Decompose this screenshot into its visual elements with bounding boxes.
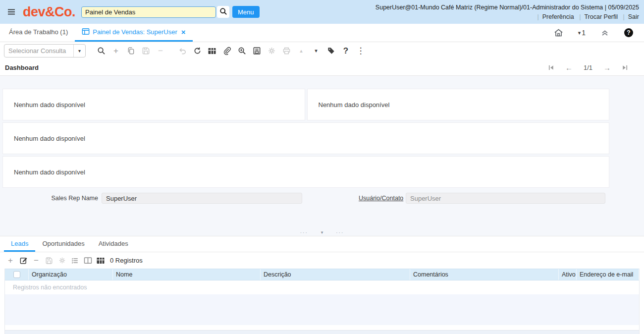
table-footer-bar [5,330,639,334]
select-all-cell [5,269,29,280]
user-contact-label[interactable]: Usuário/Contato [359,195,402,202]
search-icon [219,7,227,17]
report-icon[interactable] [249,46,264,56]
remove-row-icon[interactable]: − [30,255,43,266]
dashboard-panel: Nenhum dado disponível [2,156,609,188]
no-data-message: Nenhum dado disponível [308,101,390,109]
next-page-icon[interactable]: → [603,63,611,72]
workspace-tabbar: Área de Trabalho (1) Painel de Vendas: S… [0,24,644,42]
column-header-email[interactable]: Endereço de e-mail [577,269,639,280]
split-resize-handle[interactable]: ··· ▾ ··· [0,229,644,236]
home-icon[interactable] [551,27,566,38]
parent-record-icon[interactable]: ▴ [294,46,309,56]
copy-record-icon[interactable] [123,46,138,56]
logout-link[interactable]: Sair [628,13,639,20]
record-pager: ← 1/1 → [548,63,639,72]
page-indicator: 1/1 [584,64,592,71]
splitter-dots: ··· [336,230,344,235]
application-window: dev&Co. Menu SuperUser@01-Mundo Café Mat… [0,0,644,334]
save-icon[interactable] [138,46,153,56]
switch-role-link[interactable]: Trocar Perfil [584,13,618,20]
window-icon [82,28,90,37]
first-page-icon[interactable] [548,64,554,71]
label-tag-icon[interactable] [323,46,338,56]
page-title: Dashboard [5,64,39,71]
search-input[interactable] [81,6,216,18]
empty-table-message: Registros não encontrados [5,280,639,294]
user-session-info: SuperUser@01-Mundo Café Matriz (Regime N… [376,3,639,12]
tab-atividades[interactable]: Atividades [92,236,135,252]
toggle-panel-icon[interactable] [81,255,94,266]
column-header-ativo[interactable]: Ativo [559,269,577,280]
print-icon[interactable] [279,46,294,56]
delete-record-icon[interactable]: − [153,46,168,56]
desktop-selector[interactable]: ▾ 1 [578,29,586,37]
grid-view-icon[interactable] [94,255,107,266]
more-options-icon[interactable]: ⋮ [353,46,368,56]
header-bar: dev&Co. Menu SuperUser@01-Mundo Café Mat… [0,0,644,24]
dashboard-panel: Nenhum dado disponível [307,89,610,120]
refresh-icon[interactable] [190,46,205,56]
splitter-collapse-icon[interactable]: ▾ [321,230,323,235]
previous-page-icon[interactable]: ← [565,63,573,72]
splitter-dots: ··· [300,230,308,235]
edit-row-icon[interactable] [17,255,30,266]
no-data-message: Nenhum dado disponível [3,168,85,176]
tab-workspace[interactable]: Área de Trabalho (1) [2,24,75,42]
dashboard-panel: Nenhum dado disponível [2,89,305,120]
leads-table: Organização Nome Descrição Comentários A… [4,269,640,334]
add-row-icon[interactable]: + [4,255,17,266]
help-toolbar-icon[interactable]: ? [338,46,353,56]
dashboard-content: Nenhum dado disponível Nenhum dado dispo… [0,76,644,236]
no-data-message: Nenhum dado disponível [3,135,85,142]
archive-settings-icon[interactable] [264,46,279,56]
detail-tabs: Leads Oportunidades Atividades [0,236,644,252]
preferences-link[interactable]: Preferência [542,13,574,20]
query-placeholder: Selecionar Consulta [4,47,73,55]
main-toolbar: Selecionar Consulta ▾ + − [0,42,644,59]
detail-pane: Leads Oportunidades Atividades + − [0,236,644,334]
dashboard-header: Dashboard ← 1/1 → [0,59,644,76]
attachment-icon[interactable] [219,46,234,56]
desktop-number: 1 [582,29,586,37]
tab-sales-dashboard[interactable]: Painel de Vendas: SuperUser × [75,24,192,42]
column-header-nome[interactable]: Nome [113,269,261,280]
tab-workspace-label: Área de Trabalho (1) [9,28,68,36]
customize-list-icon[interactable] [68,255,81,266]
column-header-comentarios[interactable]: Comentários [410,269,559,280]
tab-oportunidades[interactable]: Oportunidades [35,236,91,252]
user-block: SuperUser@01-Mundo Café Matriz (Regime N… [376,2,639,22]
grid-toggle-icon[interactable] [205,46,219,56]
new-record-icon[interactable]: + [108,46,123,56]
close-tab-icon[interactable]: × [181,28,186,36]
detail-record-icon[interactable]: ▾ [309,46,323,56]
sales-rep-label: Sales Rep Name [0,195,98,202]
table-header-row: Organização Nome Descrição Comentários A… [5,269,639,280]
user-contact-field[interactable]: SuperUser [406,193,605,204]
search-button[interactable] [217,6,229,18]
sales-rep-field[interactable]: SuperUser [102,193,302,204]
no-data-message: Nenhum dado disponível [3,101,85,109]
find-icon[interactable] [94,46,108,56]
select-all-checkbox[interactable] [13,271,20,278]
menu-button[interactable]: Menu [232,6,260,18]
query-combobox[interactable]: Selecionar Consulta ▾ [4,44,86,57]
save-row-icon[interactable] [43,255,55,266]
detail-toolbar: + − 0 Registros [0,252,644,269]
collapse-all-icon[interactable] [597,27,612,38]
zoom-across-icon[interactable] [234,46,249,56]
dashboard-panel: Nenhum dado disponível [2,122,609,154]
tab-leads[interactable]: Leads [4,236,35,252]
column-header-descricao[interactable]: Descrição [261,269,410,280]
undo-icon[interactable] [175,46,190,56]
last-page-icon[interactable] [622,64,628,71]
tab-sales-dashboard-label: Painel de Vendas: SuperUser [93,28,177,36]
row-settings-icon[interactable] [55,255,68,266]
table-filler-row [5,294,639,325]
hamburger-menu-icon[interactable] [5,5,18,18]
app-logo[interactable]: dev&Co. [23,4,75,20]
column-header-organizacao[interactable]: Organização [29,269,113,280]
help-icon[interactable]: ? [624,28,633,37]
combobox-arrow-icon: ▾ [73,45,85,57]
record-count: 0 Registros [110,257,143,264]
